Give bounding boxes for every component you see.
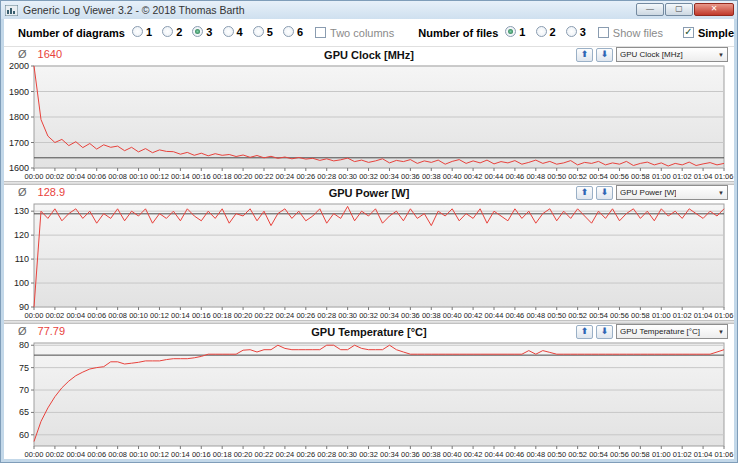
svg-text:00:48: 00:48 bbox=[526, 450, 545, 459]
svg-text:00:54: 00:54 bbox=[589, 450, 608, 459]
title-bar: Generic Log Viewer 3.2 - © 2018 Thomas B… bbox=[1, 1, 737, 19]
svg-text:00:10: 00:10 bbox=[129, 311, 148, 320]
svg-text:00:56: 00:56 bbox=[610, 450, 629, 459]
svg-text:00:38: 00:38 bbox=[422, 311, 441, 320]
move-down-button[interactable]: ⬇ bbox=[596, 325, 613, 339]
svg-text:00:12: 00:12 bbox=[150, 311, 169, 320]
svg-text:00:38: 00:38 bbox=[422, 172, 441, 181]
svg-text:00:58: 00:58 bbox=[631, 311, 650, 320]
chart-panel: Ø 77.79 GPU Temperature [°C] ⬆ ⬇ GPU Tem… bbox=[4, 324, 734, 459]
average-symbol: Ø bbox=[18, 325, 27, 337]
average-value: 77.79 bbox=[38, 325, 66, 337]
svg-text:01:06: 01:06 bbox=[715, 172, 734, 181]
radio-icon bbox=[505, 26, 516, 37]
svg-text:00:26: 00:26 bbox=[296, 311, 315, 320]
metric-dropdown[interactable]: GPU Temperature [°C] ▼ bbox=[616, 324, 728, 339]
average-symbol: Ø bbox=[18, 48, 27, 60]
move-up-button[interactable]: ⬆ bbox=[576, 48, 593, 62]
svg-text:00:00: 00:00 bbox=[25, 311, 44, 320]
svg-text:00:30: 00:30 bbox=[338, 450, 357, 459]
svg-text:110: 110 bbox=[15, 254, 29, 264]
svg-text:00:06: 00:06 bbox=[87, 450, 106, 459]
svg-text:00:16: 00:16 bbox=[192, 311, 211, 320]
files-radio-2[interactable]: 2 bbox=[536, 26, 556, 38]
svg-text:00:10: 00:10 bbox=[129, 450, 148, 459]
svg-text:00:30: 00:30 bbox=[338, 311, 357, 320]
svg-text:00:18: 00:18 bbox=[213, 450, 232, 459]
svg-text:00:46: 00:46 bbox=[506, 311, 525, 320]
svg-text:65: 65 bbox=[19, 407, 29, 417]
close-button[interactable]: ✕ bbox=[694, 3, 734, 16]
radio-icon bbox=[536, 26, 547, 37]
svg-text:00:36: 00:36 bbox=[401, 172, 420, 181]
move-up-button[interactable]: ⬆ bbox=[576, 325, 593, 339]
maximize-button[interactable]: ▢ bbox=[665, 3, 693, 16]
show-files-checkbox[interactable]: Show files bbox=[598, 27, 663, 39]
chart-svg: 2000190018001700160000:0000:0200:0400:06… bbox=[4, 63, 736, 181]
chart-header: Ø 77.79 GPU Temperature [°C] ⬆ ⬇ GPU Tem… bbox=[4, 324, 734, 340]
svg-text:00:24: 00:24 bbox=[276, 450, 295, 459]
svg-text:00:42: 00:42 bbox=[464, 172, 483, 181]
svg-text:00:54: 00:54 bbox=[589, 311, 608, 320]
svg-text:01:02: 01:02 bbox=[673, 311, 692, 320]
diagrams-radio-5[interactable]: 5 bbox=[253, 26, 273, 38]
svg-text:00:34: 00:34 bbox=[380, 311, 399, 320]
two-columns-checkbox[interactable]: Two columns bbox=[315, 27, 394, 39]
move-up-button[interactable]: ⬆ bbox=[576, 186, 593, 200]
average-readout: Ø 1640 bbox=[18, 48, 62, 60]
diagrams-radio-3[interactable]: 3 bbox=[192, 26, 212, 38]
window-title: Generic Log Viewer 3.2 - © 2018 Thomas B… bbox=[23, 4, 245, 16]
svg-text:00:38: 00:38 bbox=[422, 450, 441, 459]
simple-mode-checkbox[interactable]: Simple mode bbox=[683, 27, 738, 39]
svg-text:00:02: 00:02 bbox=[46, 172, 65, 181]
svg-text:00:04: 00:04 bbox=[66, 311, 85, 320]
metric-dropdown[interactable]: GPU Power [W] ▼ bbox=[616, 185, 728, 200]
svg-text:70: 70 bbox=[19, 385, 29, 395]
files-radio-1[interactable]: 1 bbox=[505, 26, 525, 38]
svg-text:00:44: 00:44 bbox=[485, 172, 504, 181]
move-down-button[interactable]: ⬇ bbox=[596, 48, 613, 62]
chart-controls: ⬆ ⬇ GPU Clock [MHz] ▼ bbox=[576, 47, 728, 62]
svg-text:00:02: 00:02 bbox=[46, 311, 65, 320]
svg-text:00:14: 00:14 bbox=[171, 450, 190, 459]
move-down-button[interactable]: ⬇ bbox=[596, 186, 613, 200]
svg-text:00:28: 00:28 bbox=[317, 172, 336, 181]
svg-text:01:00: 01:00 bbox=[652, 172, 671, 181]
svg-text:00:12: 00:12 bbox=[150, 450, 169, 459]
svg-text:00:12: 00:12 bbox=[150, 172, 169, 181]
svg-text:00:52: 00:52 bbox=[568, 172, 587, 181]
radio-icon bbox=[223, 26, 234, 37]
chevron-down-icon: ▼ bbox=[718, 190, 724, 196]
diagrams-radio-6[interactable]: 6 bbox=[283, 26, 303, 38]
svg-text:01:06: 01:06 bbox=[715, 450, 734, 459]
svg-text:1800: 1800 bbox=[9, 112, 29, 122]
minimize-button[interactable]: — bbox=[636, 3, 664, 16]
svg-text:00:34: 00:34 bbox=[380, 172, 399, 181]
diagrams-radio-4[interactable]: 4 bbox=[223, 26, 243, 38]
svg-text:01:02: 01:02 bbox=[673, 450, 692, 459]
diagrams-radio-1[interactable]: 1 bbox=[132, 26, 152, 38]
svg-text:80: 80 bbox=[19, 340, 29, 350]
svg-text:00:44: 00:44 bbox=[485, 450, 504, 459]
app-icon bbox=[5, 5, 18, 16]
svg-text:00:40: 00:40 bbox=[443, 450, 462, 459]
svg-text:00:22: 00:22 bbox=[255, 450, 274, 459]
diagrams-radio-2[interactable]: 2 bbox=[162, 26, 182, 38]
svg-text:00:08: 00:08 bbox=[108, 311, 127, 320]
chevron-down-icon: ▼ bbox=[718, 52, 724, 58]
svg-text:00:16: 00:16 bbox=[192, 172, 211, 181]
svg-text:00:52: 00:52 bbox=[568, 311, 587, 320]
files-radio-group: 1 2 3 bbox=[498, 26, 586, 40]
files-radio-3[interactable]: 3 bbox=[566, 26, 586, 38]
svg-text:130: 130 bbox=[14, 206, 29, 216]
svg-text:00:42: 00:42 bbox=[464, 450, 483, 459]
app-window: Generic Log Viewer 3.2 - © 2018 Thomas B… bbox=[0, 0, 738, 463]
diagrams-label: Number of diagrams bbox=[18, 27, 125, 39]
metric-dropdown[interactable]: GPU Clock [MHz] ▼ bbox=[616, 47, 728, 62]
average-readout: Ø 77.79 bbox=[18, 325, 65, 337]
chart-header: Ø 1640 GPU Clock [MHz] ⬆ ⬇ GPU Clock [MH… bbox=[4, 47, 734, 63]
svg-text:00:58: 00:58 bbox=[631, 172, 650, 181]
svg-text:00:28: 00:28 bbox=[317, 450, 336, 459]
svg-text:00:54: 00:54 bbox=[589, 172, 608, 181]
svg-text:00:06: 00:06 bbox=[87, 311, 106, 320]
